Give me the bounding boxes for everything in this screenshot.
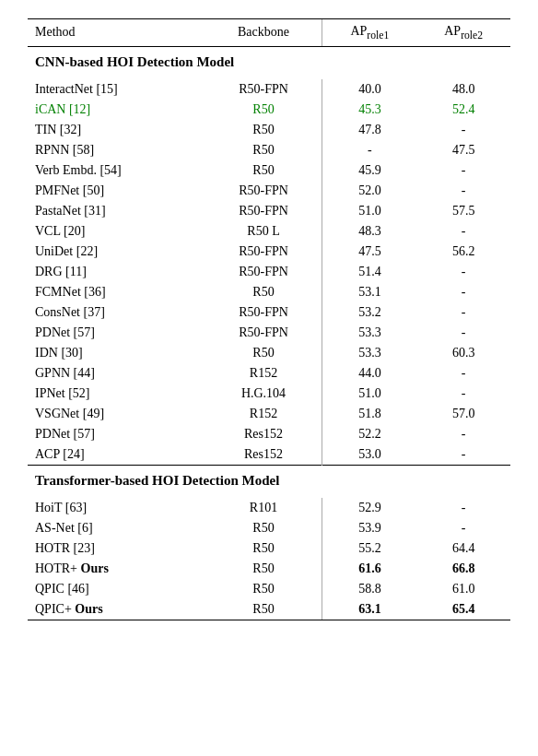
table-row: IDN [30]R5053.360.3 — [28, 343, 510, 363]
method-cell: AS-Net [6] — [28, 518, 205, 538]
method-cell: HOTR+ Ours — [28, 559, 205, 579]
ap2-cell: 56.2 — [416, 242, 510, 262]
method-cell: QPIC+ Ours — [28, 599, 205, 620]
ap1-cell: 51.8 — [322, 404, 416, 424]
method-cell: UniDet [22] — [28, 242, 205, 262]
table-row: DRG [11]R50-FPN51.4- — [28, 262, 510, 282]
ap2-cell: - — [416, 424, 510, 444]
method-header: Method — [28, 19, 205, 47]
backbone-cell: Res152 — [205, 424, 322, 444]
method-cell: PDNet [57] — [28, 424, 205, 444]
table-row: HoiT [63]R10152.9- — [28, 498, 510, 518]
ap2-cell: - — [416, 498, 510, 518]
backbone-cell: R50 — [205, 559, 322, 579]
backbone-cell: R50-FPN — [205, 201, 322, 221]
ap2-cell: 48.0 — [416, 79, 510, 100]
ap1-cell: 52.0 — [322, 181, 416, 201]
table-row: PMFNet [50]R50-FPN52.0- — [28, 181, 510, 201]
table-row: AS-Net [6]R5053.9- — [28, 518, 510, 538]
ap2-cell: 65.4 — [416, 599, 510, 620]
ap1-cell: 51.0 — [322, 201, 416, 221]
ap1-cell: 53.3 — [322, 343, 416, 363]
method-cell: TIN [32] — [28, 120, 205, 140]
method-cell: iCAN [12] — [28, 100, 205, 120]
backbone-cell: R50-FPN — [205, 242, 322, 262]
method-cell: FCMNet [36] — [28, 282, 205, 302]
ap2-cell: 57.0 — [416, 404, 510, 424]
ap2-cell: 61.0 — [416, 579, 510, 599]
ap1-cell: 44.0 — [322, 363, 416, 384]
ap2-cell: - — [416, 384, 510, 404]
ap1-cell: 40.0 — [322, 79, 416, 100]
table-row: PDNet [57]Res15252.2- — [28, 424, 510, 444]
ap2-cell: - — [416, 444, 510, 466]
method-cell: HoiT [63] — [28, 498, 205, 518]
table-row: HOTR [23]R5055.264.4 — [28, 538, 510, 559]
table-row: ConsNet [37]R50-FPN53.2- — [28, 302, 510, 323]
table-row: HOTR+ OursR5061.666.8 — [28, 559, 510, 579]
ap2-cell: - — [416, 282, 510, 302]
backbone-cell: R50-FPN — [205, 302, 322, 323]
backbone-cell: Res152 — [205, 444, 322, 466]
backbone-cell: R152 — [205, 363, 322, 384]
method-cell: IPNet [52] — [28, 384, 205, 404]
table-row: iCAN [12]R5045.352.4 — [28, 100, 510, 120]
method-cell: ConsNet [37] — [28, 302, 205, 323]
table-row: FCMNet [36]R5053.1- — [28, 282, 510, 302]
ap2-cell: - — [416, 323, 510, 343]
ap-role2-header: AProle2 — [416, 19, 510, 47]
backbone-cell: R101 — [205, 498, 322, 518]
backbone-cell: R50 — [205, 343, 322, 363]
ap1-cell: 58.8 — [322, 579, 416, 599]
table-row: VCL [20]R50 L48.3- — [28, 221, 510, 242]
method-cell: QPIC [46] — [28, 579, 205, 599]
section-header-1: Transformer-based HOI Detection Model — [28, 465, 510, 492]
method-cell: DRG [11] — [28, 262, 205, 282]
backbone-cell: R50 — [205, 282, 322, 302]
method-cell: HOTR [23] — [28, 538, 205, 559]
ap1-cell: 45.9 — [322, 160, 416, 181]
ap2-cell: - — [416, 181, 510, 201]
ap1-cell: - — [322, 140, 416, 160]
ap2-cell: 57.5 — [416, 201, 510, 221]
backbone-cell: H.G.104 — [205, 384, 322, 404]
table-row: QPIC [46]R5058.861.0 — [28, 579, 510, 599]
ap1-cell: 47.5 — [322, 242, 416, 262]
ap2-cell: 52.4 — [416, 100, 510, 120]
ap1-cell: 47.8 — [322, 120, 416, 140]
method-cell: PDNet [57] — [28, 323, 205, 343]
ap1-cell: 61.6 — [322, 559, 416, 579]
ap1-cell: 45.3 — [322, 100, 416, 120]
backbone-cell: R50 — [205, 538, 322, 559]
table-row: ACP [24]Res15253.0- — [28, 444, 510, 466]
ap2-cell: 66.8 — [416, 559, 510, 579]
ap2-cell: 60.3 — [416, 343, 510, 363]
backbone-cell: R152 — [205, 404, 322, 424]
backbone-cell: R50 — [205, 599, 322, 620]
section-header-0: CNN-based HOI Detection Model — [28, 46, 510, 74]
table-row: Verb Embd. [54]R5045.9- — [28, 160, 510, 181]
backbone-cell: R50-FPN — [205, 323, 322, 343]
table-row: GPNN [44]R15244.0- — [28, 363, 510, 384]
ap1-cell: 52.9 — [322, 498, 416, 518]
method-cell: Verb Embd. [54] — [28, 160, 205, 181]
ap2-cell: - — [416, 221, 510, 242]
method-cell: RPNN [58] — [28, 140, 205, 160]
method-cell: VSGNet [49] — [28, 404, 205, 424]
ap1-cell: 53.0 — [322, 444, 416, 466]
method-cell: IDN [30] — [28, 343, 205, 363]
table-row: PastaNet [31]R50-FPN51.057.5 — [28, 201, 510, 221]
comparison-table: Method Backbone AProle1 AProle2 CNN-base… — [28, 18, 510, 620]
ap1-cell: 53.1 — [322, 282, 416, 302]
ap1-cell: 52.2 — [322, 424, 416, 444]
ap1-cell: 55.2 — [322, 538, 416, 559]
ap1-cell: 53.2 — [322, 302, 416, 323]
method-cell: PMFNet [50] — [28, 181, 205, 201]
ap2-cell: - — [416, 160, 510, 181]
backbone-cell: R50-FPN — [205, 79, 322, 100]
backbone-cell: R50 — [205, 160, 322, 181]
ap2-cell: - — [416, 262, 510, 282]
table-row: InteractNet [15]R50-FPN40.048.0 — [28, 79, 510, 100]
ap2-cell: 47.5 — [416, 140, 510, 160]
table-row: RPNN [58]R50-47.5 — [28, 140, 510, 160]
